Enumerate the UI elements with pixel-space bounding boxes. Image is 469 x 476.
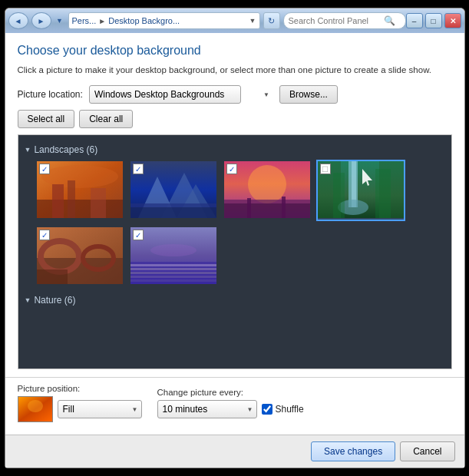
forward-icon: ►	[38, 17, 45, 25]
title-bar-left: ◄ ► ▼ Pers... ► Desktop Backgro... ▼ ↻ 🔍	[8, 12, 406, 29]
footer: Save changes Cancel	[5, 435, 464, 468]
nav-dropdown-button[interactable]: ▼	[54, 12, 65, 29]
search-input[interactable]	[289, 16, 381, 25]
svg-rect-17	[282, 197, 286, 218]
select-row: Select all Clear all	[18, 110, 452, 128]
settings-row: Picture position:	[18, 384, 452, 422]
position-select[interactable]: Fill Fit Stretch Tile Center	[58, 400, 142, 418]
position-label: Picture position:	[18, 384, 142, 393]
position-control: Fill Fit Stretch Tile Center	[18, 396, 142, 422]
interval-select-wrapper: 10 seconds 30 seconds 1 minute 2 minutes…	[157, 400, 257, 418]
svg-point-29	[41, 241, 79, 272]
change-control: 10 seconds 30 seconds 1 minute 2 minutes…	[157, 400, 304, 418]
browse-button[interactable]: Browse...	[279, 85, 338, 104]
svg-point-39	[150, 244, 197, 256]
breadcrumb-part1[interactable]: Pers...	[72, 16, 97, 25]
thumb-checkbox-1[interactable]: ✓	[39, 164, 50, 174]
nature-label: Nature (6)	[34, 295, 75, 306]
thumb-lavender[interactable]: ✓	[129, 226, 218, 287]
gallery-scroll[interactable]: ▼ Landscapes (6) ✓	[18, 135, 451, 369]
breadcrumb: Pers... ► Desktop Backgro... ▼	[68, 12, 260, 29]
bottom-panel: Picture position:	[5, 377, 464, 435]
thumb-glacier[interactable]: ✓	[129, 160, 218, 221]
breadcrumb-dropdown[interactable]: ▼	[249, 17, 256, 25]
landscapes-label: Landscapes (6)	[34, 144, 97, 155]
svg-point-13	[248, 165, 286, 203]
shuffle-row: Shuffle	[262, 404, 304, 415]
search-icon[interactable]: 🔍	[384, 15, 395, 26]
svg-rect-1	[37, 200, 123, 218]
page-description: Click a picture to make it your desktop …	[18, 64, 452, 76]
forward-button[interactable]: ►	[31, 12, 51, 29]
position-preview	[18, 396, 53, 422]
thumb-checkbox-3[interactable]: ✓	[226, 164, 237, 174]
svg-rect-3	[52, 184, 64, 218]
breadcrumb-part2[interactable]: Desktop Backgro...	[108, 16, 180, 25]
change-interval-setting: Change picture every: 10 seconds 30 seco…	[157, 388, 304, 418]
thumb-checkbox-6[interactable]: ✓	[133, 230, 144, 240]
main-content: Choose your desktop background Click a p…	[5, 33, 464, 377]
gallery-container: ▼ Landscapes (6) ✓	[18, 134, 452, 369]
picture-location-row: Picture location: Windows Desktop Backgr…	[18, 85, 452, 104]
svg-rect-5	[91, 188, 106, 218]
svg-point-30	[83, 246, 114, 269]
position-select-wrapper: Fill Fit Stretch Tile Center	[58, 400, 142, 418]
svg-point-41	[28, 400, 43, 412]
window-controls: – □ ✕	[406, 13, 461, 28]
svg-rect-16	[247, 198, 251, 218]
breadcrumb-sep1: ►	[98, 17, 106, 25]
thumb-sunset-coast[interactable]: ✓	[223, 160, 312, 221]
minimize-button[interactable]: –	[406, 13, 423, 28]
save-changes-button[interactable]: Save changes	[311, 441, 395, 461]
close-button[interactable]: ✕	[444, 13, 461, 28]
thumb-canyon[interactable]: ✓	[35, 160, 124, 221]
back-icon: ◄	[15, 17, 22, 25]
svg-rect-35	[130, 268, 216, 270]
change-label: Change picture every:	[157, 388, 304, 397]
picture-location-label: Picture location:	[18, 89, 83, 100]
nature-group-header: ▼ Nature (6)	[25, 295, 445, 306]
thumb-waterfall[interactable]: ☐	[316, 160, 405, 221]
nature-triangle[interactable]: ▼	[25, 296, 31, 304]
landscapes-grid: ✓	[25, 160, 445, 287]
interval-select[interactable]: 10 seconds 30 seconds 1 minute 2 minutes…	[157, 400, 257, 418]
main-window: ◄ ► ▼ Pers... ► Desktop Backgro... ▼ ↻ 🔍	[5, 8, 465, 468]
svg-rect-25	[375, 169, 391, 218]
svg-rect-37	[130, 276, 216, 278]
position-setting: Picture position:	[18, 384, 142, 422]
landscapes-triangle[interactable]: ▼	[25, 146, 31, 154]
svg-rect-38	[130, 279, 216, 282]
cancel-button[interactable]: Cancel	[400, 441, 454, 461]
maximize-button[interactable]: □	[425, 13, 442, 28]
landscapes-group-header: ▼ Landscapes (6)	[25, 144, 445, 155]
picture-location-select[interactable]: Windows Desktop Backgrounds	[89, 85, 241, 104]
page-title: Choose your desktop background	[18, 44, 452, 58]
clear-all-button[interactable]: Clear all	[79, 110, 133, 128]
svg-rect-24	[333, 173, 345, 218]
thumb-arches[interactable]: ✓	[35, 226, 124, 287]
thumb-checkbox-4[interactable]: ☐	[320, 164, 331, 174]
position-preview-image	[18, 397, 52, 421]
svg-rect-15	[224, 203, 310, 218]
shuffle-checkbox[interactable]	[262, 404, 272, 415]
svg-rect-4	[68, 180, 75, 218]
picture-location-select-wrapper: Windows Desktop Backgrounds	[89, 85, 273, 104]
svg-rect-11	[130, 207, 216, 218]
thumb-checkbox-2[interactable]: ✓	[133, 164, 144, 174]
thumb-checkbox-5[interactable]: ✓	[39, 230, 50, 240]
title-bar: ◄ ► ▼ Pers... ► Desktop Backgro... ▼ ↻ 🔍	[5, 8, 464, 33]
refresh-button[interactable]: ↻	[263, 12, 280, 29]
svg-rect-34	[130, 264, 216, 266]
svg-rect-31	[37, 269, 68, 284]
back-button[interactable]: ◄	[8, 12, 28, 29]
shuffle-label: Shuffle	[276, 404, 304, 415]
select-all-button[interactable]: Select all	[18, 110, 75, 128]
svg-rect-36	[130, 272, 216, 274]
search-box: 🔍	[283, 12, 406, 29]
